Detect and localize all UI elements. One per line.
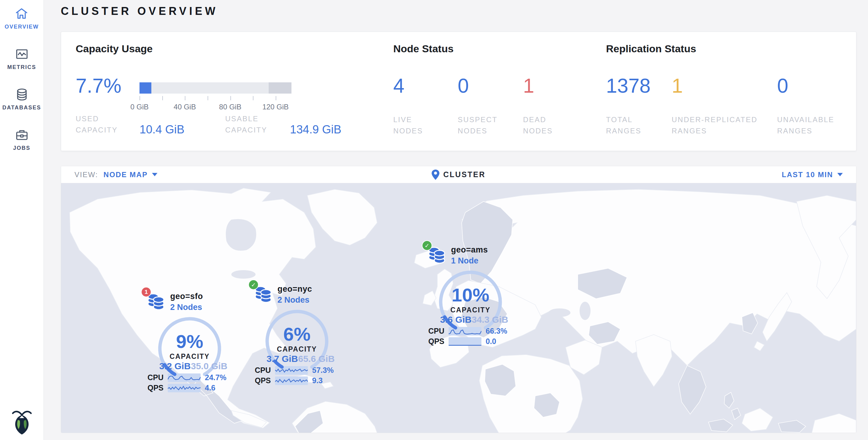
cluster-summary-card: Capacity Usage 7.7% 0 GiB40 GiB80 GiB120… bbox=[61, 32, 857, 151]
capacity-percent: 9% bbox=[154, 331, 225, 352]
locality-name: geo=ams bbox=[451, 245, 488, 255]
live-nodes-stat: 4 LIVE NODES bbox=[393, 76, 423, 136]
axis-tick bbox=[162, 96, 163, 100]
dead-nodes-stat: 1 DEAD NODES bbox=[523, 76, 553, 136]
capacity-bar-used bbox=[140, 82, 151, 94]
capacity-percent: 6% bbox=[261, 323, 333, 345]
capacity-label: CAPACITY bbox=[435, 306, 506, 314]
locality-node-count[interactable]: 2 Nodes bbox=[277, 295, 312, 305]
qps-metric-row: QPS 0.0 bbox=[413, 337, 528, 346]
capacity-label: CAPACITY bbox=[261, 345, 333, 353]
locality-name: geo=nyc bbox=[277, 284, 312, 294]
axis-tick-label: 120 GiB bbox=[262, 103, 289, 111]
unavailable-ranges-stat: 0 UNAVAILABLE RANGES bbox=[777, 76, 834, 136]
breadcrumb-cluster[interactable]: CLUSTER bbox=[443, 170, 485, 179]
locality-name: geo=sfo bbox=[170, 291, 203, 301]
locality-marker-nyc[interactable]: ✓ geo=nyc 2 Nodes bbox=[239, 284, 355, 385]
capacity-total-value: 34.3 GiB bbox=[472, 315, 501, 325]
suspect-nodes-stat: 0 SUSPECT NODES bbox=[458, 76, 498, 136]
status-badge: 1 bbox=[141, 287, 151, 297]
status-badge: ✓ bbox=[248, 280, 259, 290]
qps-metric-row: QPS 9.3 bbox=[239, 376, 355, 385]
qps-sparkline bbox=[448, 337, 482, 346]
sidebar: OVERVIEW METRICS DATABASES bbox=[0, 0, 44, 440]
capacity-used-value: 3.7 GiB bbox=[267, 354, 296, 364]
capacity-gauge: 6% CAPACITY 3.7 GiB 65.6 GiB bbox=[261, 306, 333, 377]
total-ranges-stat: 1378 TOTAL RANGES bbox=[606, 76, 651, 136]
capacity-bar-nonusable bbox=[269, 82, 291, 94]
used-capacity-label: USED CAPACITY bbox=[76, 113, 118, 135]
sidebar-item-label: JOBS bbox=[13, 145, 30, 151]
sidebar-item-overview[interactable]: OVERVIEW bbox=[5, 7, 39, 30]
home-icon bbox=[14, 7, 29, 21]
node-status-title: Node Status bbox=[393, 43, 454, 55]
capacity-bar-axis: 0 GiB40 GiB80 GiB120 GiB bbox=[140, 95, 291, 116]
qps-sparkline bbox=[168, 384, 200, 392]
capacity-label: CAPACITY bbox=[154, 352, 225, 361]
view-label: VIEW: bbox=[74, 170, 98, 179]
capacity-bar bbox=[140, 82, 291, 94]
page-title: CLUSTER OVERVIEW bbox=[61, 5, 218, 18]
qps-sparkline bbox=[275, 376, 308, 385]
capacity-used-percent: 7.7% bbox=[76, 76, 121, 96]
cluster-overview-screen: OVERVIEW METRICS DATABASES bbox=[0, 0, 868, 440]
chevron-down-icon bbox=[152, 173, 157, 176]
capacity-percent: 10% bbox=[435, 284, 506, 306]
map-toolbar: VIEW: NODE MAP CLUSTER LAST 10 MIN bbox=[61, 166, 856, 183]
time-range-dropdown[interactable]: LAST 10 MIN bbox=[782, 170, 843, 179]
sidebar-item-label: OVERVIEW bbox=[5, 24, 39, 30]
briefcase-icon bbox=[15, 128, 29, 142]
axis-tick bbox=[185, 96, 185, 100]
node-map: 1 geo=sfo 2 Nodes bbox=[61, 183, 856, 433]
capacity-usage-title: Capacity Usage bbox=[76, 43, 153, 55]
axis-tick-label: 0 GiB bbox=[130, 103, 149, 111]
axis-tick-label: 40 GiB bbox=[174, 103, 196, 111]
locality-node-count[interactable]: 2 Nodes bbox=[170, 303, 203, 312]
qps-metric-row: QPS 4.6 bbox=[132, 383, 247, 392]
used-capacity-value: 10.4 GiB bbox=[140, 123, 184, 136]
axis-tick-label: 80 GiB bbox=[219, 103, 241, 111]
sidebar-item-databases[interactable]: DATABASES bbox=[2, 88, 41, 111]
locality-marker-sfo[interactable]: 1 geo=sfo 2 Nodes bbox=[132, 291, 247, 392]
locality-node-count[interactable]: 1 Node bbox=[451, 256, 488, 265]
sidebar-item-label: METRICS bbox=[7, 64, 36, 70]
view-selector-dropdown[interactable]: NODE MAP bbox=[104, 170, 157, 179]
replication-status-title: Replication Status bbox=[606, 43, 696, 55]
axis-tick bbox=[208, 96, 208, 100]
sidebar-item-label: DATABASES bbox=[2, 104, 41, 111]
axis-tick bbox=[230, 96, 231, 100]
axis-tick bbox=[253, 96, 253, 100]
usable-capacity-value: 134.9 GiB bbox=[290, 123, 341, 136]
chevron-down-icon bbox=[837, 173, 843, 176]
sidebar-item-metrics[interactable]: METRICS bbox=[7, 47, 36, 70]
under-replicated-ranges-stat: 1 UNDER-REPLICATED RANGES bbox=[672, 76, 757, 136]
cockroach-logo bbox=[0, 409, 44, 435]
locality-marker-ams[interactable]: ✓ geo=ams 1 Node bbox=[413, 245, 528, 346]
capacity-gauge: 10% CAPACITY 3.6 GiB 34.3 GiB bbox=[435, 266, 506, 338]
capacity-used-value: 3.2 GiB bbox=[159, 361, 188, 371]
capacity-gauge: 9% CAPACITY 3.2 GiB 35.0 GiB bbox=[154, 313, 225, 384]
map-pin-icon bbox=[432, 169, 439, 180]
metrics-icon bbox=[15, 47, 29, 61]
database-icon bbox=[15, 88, 29, 101]
axis-tick bbox=[276, 96, 276, 100]
status-badge: ✓ bbox=[422, 240, 432, 251]
usable-capacity-label: USABLE CAPACITY bbox=[225, 113, 267, 135]
axis-tick bbox=[140, 96, 140, 100]
sidebar-item-jobs[interactable]: JOBS bbox=[13, 128, 30, 151]
capacity-used-value: 3.6 GiB bbox=[440, 315, 469, 325]
main-content: CLUSTER OVERVIEW Capacity Usage 7.7% 0 G… bbox=[44, 0, 868, 440]
node-map-panel: VIEW: NODE MAP CLUSTER LAST 10 MIN bbox=[61, 166, 857, 433]
capacity-total-value: 65.6 GiB bbox=[298, 354, 327, 364]
capacity-total-value: 35.0 GiB bbox=[191, 361, 220, 371]
